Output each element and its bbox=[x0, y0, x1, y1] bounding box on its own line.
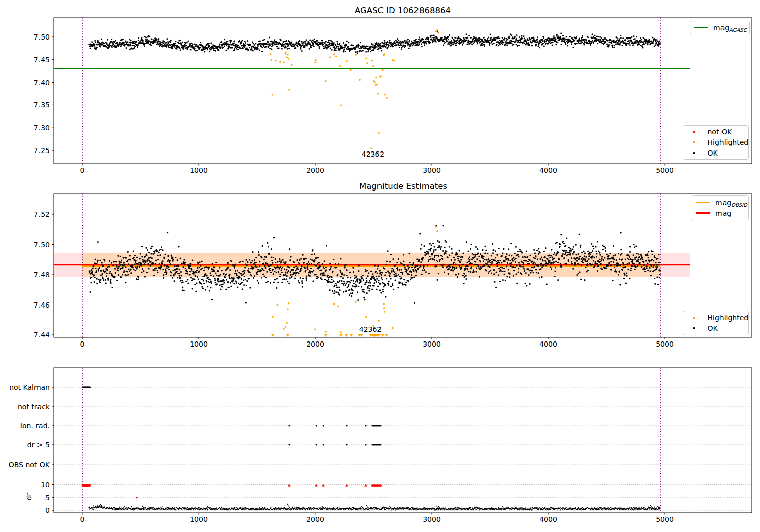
legend-item-ok: OK bbox=[683, 323, 748, 334]
x-tick-label: 4000 bbox=[539, 166, 557, 174]
legend-label: Highlighted bbox=[708, 314, 749, 322]
legend-item-not-ok: not OK bbox=[683, 127, 748, 137]
plot2-legend-markers: Highlighted OK bbox=[683, 311, 749, 335]
flag-label-ion-rad: Ion. rad. bbox=[20, 422, 50, 429]
legend-label: magAGASC bbox=[713, 24, 747, 32]
legend-label: mag bbox=[715, 209, 731, 217]
mag-agasc-line-sample bbox=[694, 27, 708, 28]
legend-item-mag-obsid: magOBSID bbox=[692, 197, 748, 208]
x-tick-label: 3000 bbox=[423, 515, 441, 523]
y-tick-label: 7.30 bbox=[34, 124, 50, 132]
legend-item-mag-agasc: magAGASC bbox=[690, 22, 749, 33]
legend-label: not OK bbox=[708, 128, 732, 136]
plot3-gridlines bbox=[54, 387, 752, 510]
flag-label-not-track: not track bbox=[18, 403, 50, 410]
x-tick-label: 2000 bbox=[306, 515, 324, 523]
plot1-legend-markers: not OK Highlighted OK bbox=[683, 125, 749, 160]
plot1-frame bbox=[54, 18, 752, 164]
plot3-obsid-limit-lines bbox=[82, 368, 660, 513]
flag-label-dr-gt-5: dr > 5 bbox=[27, 441, 50, 448]
y-tick-label: 7.25 bbox=[34, 146, 50, 155]
legend-item-highlighted: Highlighted bbox=[683, 313, 748, 323]
x-tick-label: 2000 bbox=[306, 340, 324, 348]
legend-label: OK bbox=[708, 324, 718, 332]
plot3-ticks: 0100020003000400050001050 bbox=[41, 387, 674, 523]
x-tick-label: 5000 bbox=[656, 340, 674, 348]
dr-trace-points bbox=[88, 504, 660, 511]
x-tick-label: 1000 bbox=[189, 166, 208, 174]
x-tick-label: 4000 bbox=[539, 515, 557, 523]
y-tick-label: 7.46 bbox=[34, 301, 50, 309]
x-tick-label: 5000 bbox=[656, 166, 674, 174]
plot2-highlighted-points bbox=[272, 226, 438, 333]
dr-not-ok-cluster bbox=[82, 484, 91, 487]
highlighted-dot-sample bbox=[693, 317, 695, 319]
y-tick-label: 7.50 bbox=[34, 33, 50, 41]
y-tick-label: 7.35 bbox=[34, 101, 50, 109]
legend-item-mag: mag bbox=[692, 208, 748, 218]
legend-label: OK bbox=[708, 149, 718, 157]
plot2-legend-lines: magOBSID mag bbox=[692, 195, 749, 220]
x-tick-label: 5000 bbox=[656, 515, 674, 523]
plot3-frame bbox=[54, 368, 752, 513]
flag-not-kalman-points bbox=[82, 387, 91, 388]
dr-tick-label: 5 bbox=[45, 493, 50, 502]
figure: 0100020003000400050007.257.307.357.407.4… bbox=[0, 0, 760, 532]
legend-label: magOBSID bbox=[715, 199, 747, 207]
x-tick-label: 1000 bbox=[189, 340, 208, 348]
y-tick-label: 7.48 bbox=[34, 271, 50, 279]
charts-canvas: 0100020003000400050007.257.307.357.407.4… bbox=[0, 0, 760, 532]
x-tick-label: 0 bbox=[80, 340, 85, 348]
ok-dot-sample bbox=[693, 327, 695, 330]
y-tick-label: 7.45 bbox=[34, 56, 50, 64]
y-tick-label: 7.40 bbox=[34, 79, 50, 87]
flag-label-obs-not-ok: OBS not OK bbox=[9, 461, 50, 468]
highlighted-dot-sample bbox=[693, 141, 695, 144]
y-tick-label: 7.44 bbox=[34, 331, 50, 339]
x-tick-label: 0 bbox=[80, 166, 85, 174]
x-tick-label: 4000 bbox=[539, 340, 557, 348]
plot2-ticks: 0100020003000400050007.447.467.487.507.5… bbox=[34, 210, 674, 348]
legend-label: Highlighted bbox=[708, 138, 749, 146]
legend-item-ok: OK bbox=[683, 148, 748, 159]
plot1-title: AGASC ID 1062868864 bbox=[355, 6, 451, 15]
mag-obsid-line-sample bbox=[696, 202, 710, 203]
dr-not-ok-point bbox=[136, 497, 137, 498]
x-tick-label: 3000 bbox=[423, 340, 441, 348]
not-ok-dot-sample bbox=[693, 131, 695, 133]
plot2-clipped-markers bbox=[271, 334, 389, 337]
y-tick-label: 7.52 bbox=[34, 210, 50, 218]
plot2-annotation-obsid: 42362 bbox=[359, 325, 382, 333]
x-tick-label: 0 bbox=[80, 515, 85, 523]
plot2-title: Magnitude Estimates bbox=[359, 181, 447, 191]
y-tick-label: 7.50 bbox=[34, 241, 50, 249]
legend-item-highlighted: Highlighted bbox=[683, 137, 748, 148]
x-tick-label: 1000 bbox=[189, 515, 208, 523]
plot1-ticks: 0100020003000400050007.257.307.357.407.4… bbox=[34, 33, 674, 174]
plot1-annotation-obsid: 42362 bbox=[362, 150, 385, 158]
plot1-ok-points bbox=[88, 31, 661, 54]
ok-dot-sample bbox=[693, 152, 695, 155]
dr-axis-label: dr bbox=[25, 493, 33, 501]
flag-label-not-kalman: not Kalman bbox=[9, 384, 50, 391]
dr-tick-label: 10 bbox=[41, 481, 50, 489]
x-tick-label: 3000 bbox=[423, 166, 441, 174]
x-tick-label: 2000 bbox=[306, 166, 324, 174]
plot1-legend-mag-agasc: magAGASC bbox=[690, 21, 750, 34]
dr-tick-label: 0 bbox=[45, 506, 50, 514]
mag-line-sample bbox=[696, 212, 710, 214]
